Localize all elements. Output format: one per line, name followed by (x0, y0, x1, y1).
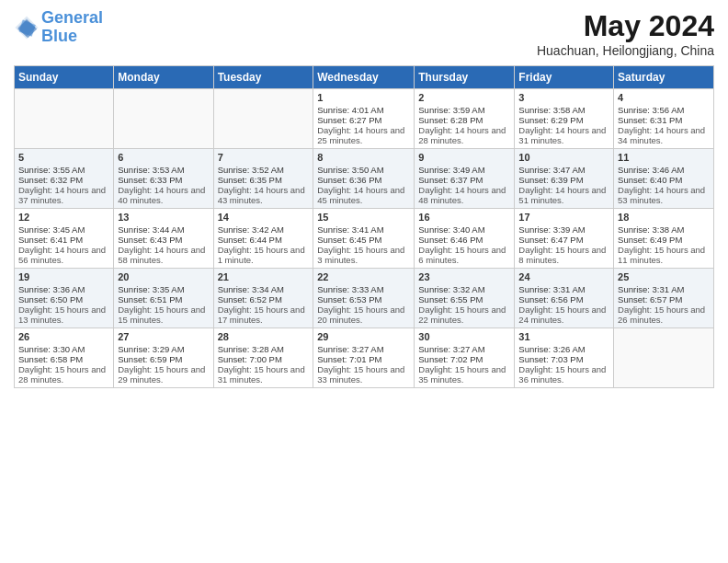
location: Huachuan, Heilongjiang, China (537, 43, 714, 58)
daylight-text: Daylight: 15 hours and 26 minutes. (618, 304, 710, 325)
week-row-2: 5Sunrise: 3:55 AMSunset: 6:32 PMDaylight… (15, 149, 714, 209)
daylight-text: Daylight: 14 hours and 37 minutes. (18, 185, 109, 205)
header: General Blue May 2024 Huachuan, Heilongj… (14, 9, 714, 58)
sunrise-text: Sunrise: 3:42 AM (218, 224, 310, 235)
sunrise-text: Sunrise: 3:39 AM (518, 224, 609, 235)
sunset-text: Sunset: 6:43 PM (118, 235, 209, 245)
daylight-text: Daylight: 15 hours and 33 minutes. (317, 364, 410, 385)
sunset-text: Sunset: 6:27 PM (317, 115, 410, 125)
day-cell (614, 328, 714, 388)
sunset-text: Sunset: 6:45 PM (317, 235, 410, 245)
daylight-text: Daylight: 14 hours and 48 minutes. (418, 185, 510, 205)
day-number: 24 (518, 271, 609, 282)
day-cell: 19Sunrise: 3:36 AMSunset: 6:50 PMDayligh… (15, 269, 114, 328)
week-row-4: 19Sunrise: 3:36 AMSunset: 6:50 PMDayligh… (15, 269, 714, 328)
sunset-text: Sunset: 6:53 PM (317, 294, 410, 304)
sunrise-text: Sunrise: 3:36 AM (18, 284, 109, 294)
sunset-text: Sunset: 6:51 PM (118, 294, 209, 304)
day-cell: 27Sunrise: 3:29 AMSunset: 6:59 PMDayligh… (114, 328, 213, 388)
sunset-text: Sunset: 6:28 PM (418, 115, 510, 125)
day-number: 26 (18, 331, 109, 342)
daylight-text: Daylight: 15 hours and 29 minutes. (118, 364, 209, 385)
daylight-text: Daylight: 14 hours and 40 minutes. (118, 185, 209, 205)
day-cell: 24Sunrise: 3:31 AMSunset: 6:56 PMDayligh… (515, 269, 614, 328)
daylight-text: Daylight: 15 hours and 8 minutes. (518, 245, 609, 265)
sunset-text: Sunset: 6:32 PM (18, 175, 109, 185)
sunrise-text: Sunrise: 3:58 AM (518, 105, 609, 115)
sunset-text: Sunset: 6:58 PM (18, 354, 109, 364)
day-cell: 31Sunrise: 3:26 AMSunset: 7:03 PMDayligh… (515, 328, 614, 388)
col-header-thursday: Thursday (415, 66, 515, 89)
sunset-text: Sunset: 6:35 PM (218, 175, 310, 185)
col-header-tuesday: Tuesday (213, 66, 313, 89)
daylight-text: Daylight: 15 hours and 3 minutes. (317, 245, 410, 265)
daylight-text: Daylight: 14 hours and 43 minutes. (218, 185, 310, 205)
day-number: 20 (118, 271, 209, 282)
daylight-text: Daylight: 14 hours and 51 minutes. (518, 185, 609, 205)
sunrise-text: Sunrise: 3:30 AM (18, 344, 109, 354)
daylight-text: Daylight: 15 hours and 13 minutes. (18, 304, 109, 325)
day-number: 27 (118, 331, 209, 342)
day-cell: 3Sunrise: 3:58 AMSunset: 6:29 PMDaylight… (515, 89, 614, 149)
day-number: 29 (317, 331, 410, 342)
daylight-text: Daylight: 15 hours and 11 minutes. (618, 245, 710, 265)
day-cell: 16Sunrise: 3:40 AMSunset: 6:46 PMDayligh… (415, 209, 515, 269)
day-cell: 28Sunrise: 3:28 AMSunset: 7:00 PMDayligh… (213, 328, 313, 388)
col-header-friday: Friday (515, 66, 614, 89)
sunset-text: Sunset: 6:50 PM (18, 294, 109, 304)
sunset-text: Sunset: 6:49 PM (618, 235, 710, 245)
day-number: 7 (218, 152, 310, 163)
day-number: 21 (218, 271, 310, 282)
sunrise-text: Sunrise: 3:34 AM (218, 284, 310, 294)
sunrise-text: Sunrise: 3:44 AM (118, 224, 209, 235)
logo-general: General (41, 8, 103, 27)
day-cell: 21Sunrise: 3:34 AMSunset: 6:52 PMDayligh… (213, 269, 313, 328)
day-cell: 15Sunrise: 3:41 AMSunset: 6:45 PMDayligh… (313, 209, 415, 269)
day-number: 2 (418, 92, 510, 103)
day-cell: 10Sunrise: 3:47 AMSunset: 6:39 PMDayligh… (515, 149, 614, 209)
day-number: 28 (218, 331, 310, 342)
sunrise-text: Sunrise: 3:50 AM (317, 165, 410, 175)
sunrise-text: Sunrise: 3:45 AM (18, 224, 109, 235)
sunrise-text: Sunrise: 3:56 AM (618, 105, 710, 115)
month-title: May 2024 (537, 9, 714, 43)
daylight-text: Daylight: 15 hours and 36 minutes. (518, 364, 609, 385)
day-cell: 25Sunrise: 3:31 AMSunset: 6:57 PMDayligh… (614, 269, 714, 328)
col-header-saturday: Saturday (614, 66, 714, 89)
sunrise-text: Sunrise: 3:41 AM (317, 224, 410, 235)
sunset-text: Sunset: 6:56 PM (518, 294, 609, 304)
day-cell: 11Sunrise: 3:46 AMSunset: 6:40 PMDayligh… (614, 149, 714, 209)
daylight-text: Daylight: 14 hours and 34 minutes. (618, 125, 710, 145)
day-number: 25 (618, 271, 710, 282)
day-cell: 30Sunrise: 3:27 AMSunset: 7:02 PMDayligh… (415, 328, 515, 388)
day-cell: 4Sunrise: 3:56 AMSunset: 6:31 PMDaylight… (614, 89, 714, 149)
day-cell: 17Sunrise: 3:39 AMSunset: 6:47 PMDayligh… (515, 209, 614, 269)
day-number: 6 (118, 152, 209, 163)
sunrise-text: Sunrise: 3:35 AM (118, 284, 209, 294)
day-number: 16 (418, 212, 510, 223)
day-cell: 1Sunrise: 4:01 AMSunset: 6:27 PMDaylight… (313, 89, 415, 149)
sunset-text: Sunset: 6:47 PM (518, 235, 609, 245)
day-cell: 6Sunrise: 3:53 AMSunset: 6:33 PMDaylight… (114, 149, 213, 209)
sunrise-text: Sunrise: 3:46 AM (618, 165, 710, 175)
day-number: 18 (618, 212, 710, 223)
daylight-text: Daylight: 15 hours and 1 minute. (218, 245, 310, 265)
page: General Blue May 2024 Huachuan, Heilongj… (0, 0, 728, 563)
daylight-text: Daylight: 14 hours and 58 minutes. (118, 245, 209, 265)
sunset-text: Sunset: 6:52 PM (218, 294, 310, 304)
logo-blue: Blue (41, 27, 77, 45)
day-cell (15, 89, 114, 149)
sunset-text: Sunset: 6:29 PM (518, 115, 609, 125)
daylight-text: Daylight: 15 hours and 24 minutes. (518, 304, 609, 325)
title-block: May 2024 Huachuan, Heilongjiang, China (537, 9, 714, 58)
daylight-text: Daylight: 14 hours and 45 minutes. (317, 185, 410, 205)
sunset-text: Sunset: 6:40 PM (618, 175, 710, 185)
day-number: 10 (518, 152, 609, 163)
daylight-text: Daylight: 15 hours and 6 minutes. (418, 245, 510, 265)
day-number: 4 (618, 92, 710, 103)
sunrise-text: Sunrise: 3:53 AM (118, 165, 209, 175)
daylight-text: Daylight: 15 hours and 17 minutes. (218, 304, 310, 325)
day-number: 19 (18, 271, 109, 282)
sunset-text: Sunset: 6:37 PM (418, 175, 510, 185)
sunset-text: Sunset: 7:02 PM (418, 354, 510, 364)
